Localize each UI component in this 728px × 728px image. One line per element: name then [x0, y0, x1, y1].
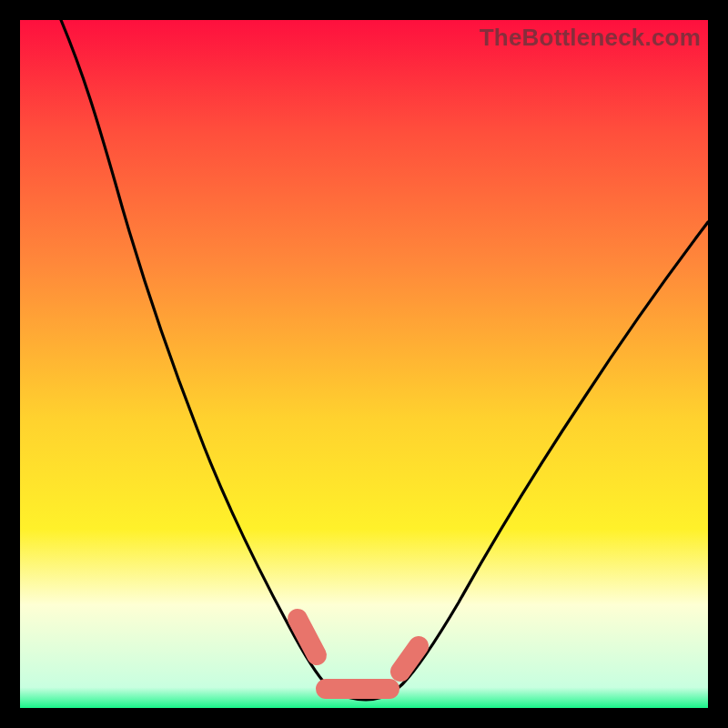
chart-frame: TheBottleneck.com	[20, 20, 708, 708]
chart-svg	[20, 20, 708, 708]
